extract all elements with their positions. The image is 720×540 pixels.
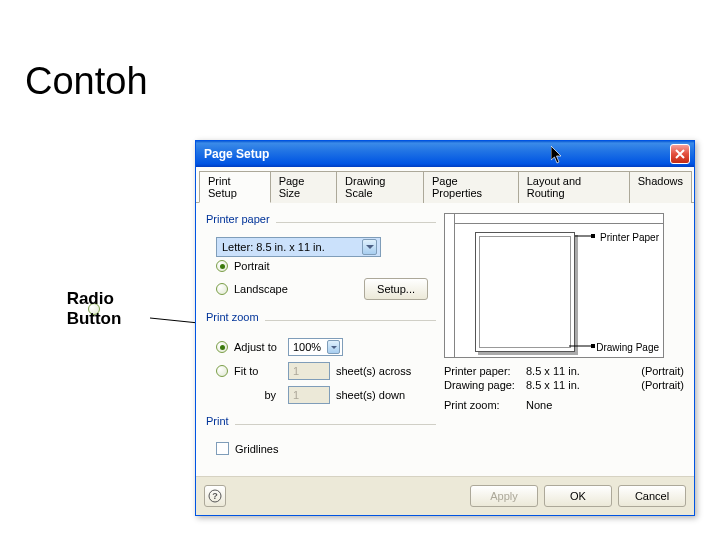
info-zoom-label: Print zoom:: [444, 399, 526, 411]
fit-to-label: Fit to: [234, 365, 282, 377]
titlebar[interactable]: Page Setup: [196, 141, 694, 167]
paper-size-dropdown[interactable]: Letter: 8.5 in. x 11 in.: [216, 237, 381, 257]
zoom-value: 100%: [293, 341, 321, 353]
preview-area: Printer Paper Drawing Page: [444, 213, 664, 358]
fit-to-radio[interactable]: [216, 365, 228, 377]
info-dp-label: Drawing page:: [444, 379, 526, 391]
close-icon: [675, 149, 685, 159]
preview-leaders: [445, 214, 663, 357]
adjust-to-label: Adjust to: [234, 341, 282, 353]
svg-text:?: ?: [212, 491, 218, 501]
info-pp-orient: (Portrait): [641, 365, 684, 377]
gridlines-label: Gridlines: [235, 443, 278, 455]
landscape-label: Landscape: [234, 283, 288, 295]
tab-layout-routing[interactable]: Layout and Routing: [518, 171, 630, 203]
landscape-radio[interactable]: [216, 283, 228, 295]
tab-page-properties[interactable]: Page Properties: [423, 171, 519, 203]
right-column: Printer Paper Drawing Page Printer paper…: [444, 213, 684, 466]
sheets-across-label: sheet(s) across: [336, 365, 411, 377]
info-printer-paper: Printer paper: 8.5 x 11 in. (Portrait): [444, 364, 684, 378]
print-label: Print: [206, 415, 229, 427]
by-label: by: [234, 389, 282, 401]
portrait-radio-row[interactable]: Portrait: [206, 257, 436, 275]
portrait-radio[interactable]: [216, 260, 228, 272]
page-setup-dialog: Page Setup Print Setup Page Size Drawing…: [195, 140, 695, 516]
adjust-to-radio[interactable]: [216, 341, 228, 353]
tab-strip: Print Setup Page Size Drawing Scale Page…: [196, 167, 694, 203]
cancel-button[interactable]: Cancel: [618, 485, 686, 507]
slide-title: Contoh: [25, 60, 148, 103]
svg-rect-5: [591, 344, 595, 348]
gridlines-row[interactable]: Gridlines: [206, 439, 436, 458]
info-dp-orient: (Portrait): [641, 379, 684, 391]
info-print-zoom: Print zoom: None: [444, 398, 684, 412]
dialog-title: Page Setup: [204, 147, 269, 161]
close-button[interactable]: [670, 144, 690, 164]
paper-size-value: Letter: 8.5 in. x 11 in.: [222, 241, 325, 253]
tab-shadows[interactable]: Shadows: [629, 171, 692, 203]
apply-button[interactable]: Apply: [470, 485, 538, 507]
fit-down-input[interactable]: [288, 386, 330, 404]
svg-rect-3: [591, 234, 595, 238]
portrait-label: Portrait: [234, 260, 269, 272]
chevron-down-icon: [327, 340, 340, 354]
zoom-value-dropdown[interactable]: 100%: [288, 338, 343, 356]
info-drawing-page: Drawing page: 8.5 x 11 in. (Portrait): [444, 378, 684, 392]
dialog-content: Printer paper Letter: 8.5 in. x 11 in. P…: [196, 203, 694, 476]
dialog-footer: ? Apply OK Cancel: [196, 476, 694, 515]
tab-print-setup[interactable]: Print Setup: [199, 171, 271, 203]
printer-paper-group: Printer paper Letter: 8.5 in. x 11 in. P…: [206, 213, 436, 303]
help-icon: ?: [208, 489, 222, 503]
info-dp-value: 8.5 x 11 in.: [526, 379, 606, 391]
fit-to-row[interactable]: Fit to sheet(s) across: [206, 359, 436, 383]
ok-button[interactable]: OK: [544, 485, 612, 507]
adjust-to-row[interactable]: Adjust to 100%: [206, 335, 436, 359]
sheets-down-label: sheet(s) down: [336, 389, 405, 401]
tab-page-size[interactable]: Page Size: [270, 171, 337, 203]
info-pp-label: Printer paper:: [444, 365, 526, 377]
printer-paper-label: Printer paper: [206, 213, 270, 225]
annotation-radio-button: Radio Button: [88, 303, 100, 315]
info-zoom-value: None: [526, 399, 606, 411]
setup-button[interactable]: Setup...: [364, 278, 428, 300]
chevron-down-icon: [362, 239, 377, 255]
landscape-radio-row[interactable]: Landscape Setup...: [206, 275, 436, 303]
tab-drawing-scale[interactable]: Drawing Scale: [336, 171, 424, 203]
fit-across-input[interactable]: [288, 362, 330, 380]
left-column: Printer paper Letter: 8.5 in. x 11 in. P…: [206, 213, 436, 466]
print-zoom-group: Print zoom Adjust to 100% Fit to sheet(s…: [206, 311, 436, 407]
fit-by-row: by sheet(s) down: [206, 383, 436, 407]
print-zoom-label: Print zoom: [206, 311, 259, 323]
print-group: Print Gridlines: [206, 415, 436, 458]
help-button[interactable]: ?: [204, 485, 226, 507]
info-pp-value: 8.5 x 11 in.: [526, 365, 606, 377]
gridlines-checkbox[interactable]: [216, 442, 229, 455]
